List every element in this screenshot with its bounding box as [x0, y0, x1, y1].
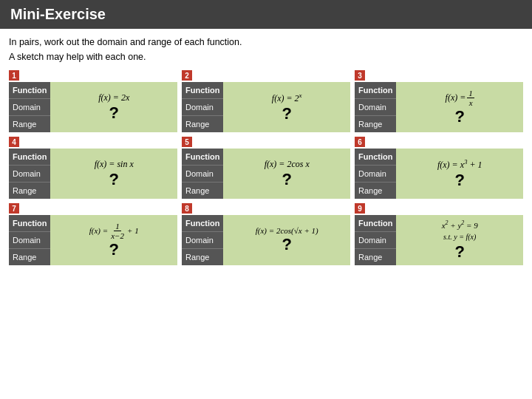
- card-6-body: Function Domain Range f(x) = x3 + 1 ?: [355, 149, 523, 199]
- card-5-body: Function Domain Range f(x) = 2cos x ?: [182, 149, 350, 199]
- card-1-qmark: ?: [109, 103, 118, 123]
- card-3-labels: Function Domain Range: [355, 82, 396, 132]
- card-3-body: Function Domain Range f(x) = 1 x ?: [355, 82, 523, 132]
- card-4-formula: f(x) = sin x ?: [50, 149, 177, 199]
- card-9-math: x2 + y2 = 9 s.t. y = f(x): [442, 219, 478, 242]
- card-4-labels: Function Domain Range: [9, 149, 50, 199]
- card-8-number: 8: [182, 203, 192, 214]
- card-6-math: f(x) = x3 + 1: [437, 158, 482, 171]
- card-7-qmark: ?: [109, 240, 118, 259]
- card-8: 8 Function Domain Range f(x) = 2cos(√x +…: [182, 203, 350, 265]
- card-2-qmark: ?: [282, 104, 291, 123]
- card-7-labels: Function Domain Range: [9, 215, 50, 265]
- card-9-qmark: ?: [454, 242, 464, 262]
- card-3: 3 Function Domain Range f(x) = 1 x: [355, 70, 523, 132]
- card-1-body: Function Domain Range f(x) = 2x ?: [9, 82, 177, 132]
- card-3-qmark: ?: [454, 107, 464, 126]
- card-6-labels: Function Domain Range: [355, 149, 396, 199]
- card-6: 6 Function Domain Range f(x) = x3 + 1 ?: [355, 137, 523, 199]
- card-4-math: f(x) = sin x: [95, 159, 134, 170]
- header-title: Mini-Exercise: [10, 6, 106, 22]
- card-9-labels: Function Domain Range: [355, 215, 396, 265]
- card-6-formula: f(x) = x3 + 1 ?: [396, 149, 523, 199]
- card-4-qmark: ?: [109, 170, 118, 189]
- card-3-number: 3: [355, 70, 365, 81]
- card-9-formula: x2 + y2 = 9 s.t. y = f(x) ?: [396, 215, 523, 265]
- row-3: 7 Function Domain Range f(x) = 1 x−2 +: [9, 203, 523, 265]
- card-3-math: f(x) = 1 x: [446, 89, 474, 107]
- card-4-number: 4: [9, 137, 19, 147]
- card-5-qmark: ?: [282, 170, 291, 189]
- card-1-formula: f(x) = 2x ?: [50, 82, 177, 132]
- row-2: 4 Function Domain Range f(x) = sin x ?: [9, 137, 523, 199]
- card-2-body: Function Domain Range f(x) = 2x ?: [182, 82, 350, 132]
- card-3-formula: f(x) = 1 x ?: [396, 82, 523, 132]
- card-5-math: f(x) = 2cos x: [265, 159, 310, 170]
- card-2-number: 2: [182, 70, 192, 81]
- row-1: 1 Function Domain Range f(x) = 2x ? 2: [9, 70, 523, 132]
- card-7-body: Function Domain Range f(x) = 1 x−2 + 1 ?: [9, 215, 177, 265]
- card-4: 4 Function Domain Range f(x) = sin x ?: [9, 137, 177, 199]
- intro-text: In pairs, work out the domain and range …: [9, 35, 523, 64]
- card-2: 2 Function Domain Range f(x) = 2x ?: [182, 70, 350, 132]
- card-5-formula: f(x) = 2cos x ?: [223, 149, 350, 199]
- card-6-number: 6: [355, 137, 365, 147]
- card-2-math: f(x) = 2x: [272, 92, 302, 104]
- card-7: 7 Function Domain Range f(x) = 1 x−2 +: [9, 203, 177, 265]
- card-4-body: Function Domain Range f(x) = sin x ?: [9, 149, 177, 199]
- card-7-math: f(x) = 1 x−2 + 1: [89, 222, 139, 240]
- card-9: 9 Function Domain Range x2 + y2 = 9 s.t.…: [355, 203, 523, 265]
- card-5-labels: Function Domain Range: [182, 149, 223, 199]
- card-6-qmark: ?: [454, 171, 464, 190]
- card-7-formula: f(x) = 1 x−2 + 1 ?: [50, 215, 177, 265]
- card-8-formula: f(x) = 2cos(√x + 1) ?: [223, 215, 350, 265]
- card-9-number: 9: [355, 203, 365, 214]
- header: Mini-Exercise: [0, 0, 532, 29]
- card-8-math: f(x) = 2cos(√x + 1): [256, 226, 318, 235]
- card-5: 5 Function Domain Range f(x) = 2cos x ?: [182, 137, 350, 199]
- card-1: 1 Function Domain Range f(x) = 2x ?: [9, 70, 177, 132]
- content-area: In pairs, work out the domain and range …: [0, 29, 532, 276]
- card-9-body: Function Domain Range x2 + y2 = 9 s.t. y…: [355, 215, 523, 265]
- card-2-formula: f(x) = 2x ?: [223, 82, 350, 132]
- card-8-qmark: ?: [282, 235, 291, 254]
- card-2-labels: Function Domain Range: [182, 82, 223, 132]
- card-1-number: 1: [9, 70, 19, 81]
- card-7-number: 7: [9, 203, 19, 214]
- card-5-number: 5: [182, 137, 192, 147]
- card-8-body: Function Domain Range f(x) = 2cos(√x + 1…: [182, 215, 350, 265]
- card-8-labels: Function Domain Range: [182, 215, 223, 265]
- card-1-labels: Function Domain Range: [9, 82, 50, 132]
- card-1-math: f(x) = 2x: [98, 92, 129, 103]
